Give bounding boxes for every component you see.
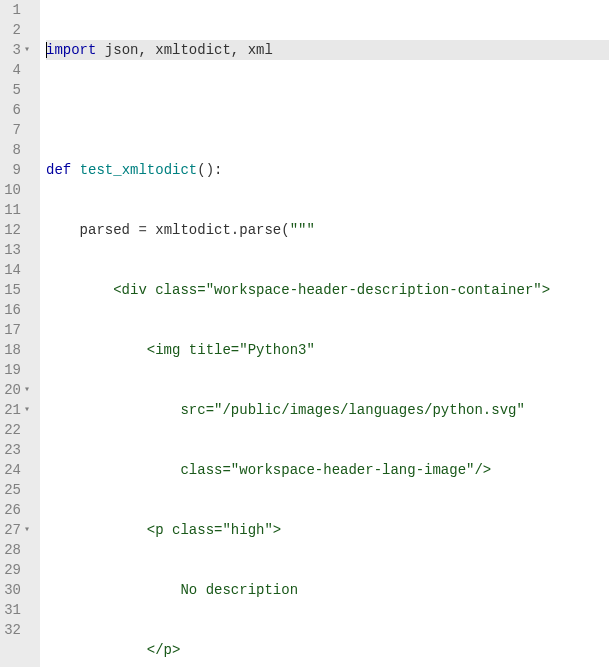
code-area[interactable]: import json, xmltodict, xml def test_xml… [40, 0, 609, 667]
gutter-line: 32 [4, 620, 32, 640]
gutter-line: 20▾ [4, 380, 32, 400]
gutter-line: 31 [4, 600, 32, 620]
gutter-line: 22 [4, 420, 32, 440]
gutter-line: 16 [4, 300, 32, 320]
gutter-line: 27▾ [4, 520, 32, 540]
gutter-line: 1 [4, 0, 32, 20]
gutter-line: 26 [4, 500, 32, 520]
gutter-line: 29 [4, 560, 32, 580]
fold-toggle-icon[interactable]: ▾ [22, 400, 32, 420]
gutter-line: 7 [4, 120, 32, 140]
gutter-line: 23 [4, 440, 32, 460]
code-line[interactable]: class="workspace-header-lang-image"/> [46, 460, 609, 480]
code-line[interactable]: import json, xmltodict, xml [46, 40, 609, 60]
gutter-line: 19 [4, 360, 32, 380]
code-line[interactable] [46, 100, 609, 120]
line-gutter: 1 2 3▾ 4 5 6 7 8 9 10 11 12 13 14 15 16 … [0, 0, 40, 667]
fold-toggle-icon[interactable]: ▾ [22, 380, 32, 400]
gutter-line: 6 [4, 100, 32, 120]
code-line[interactable]: <img title="Python3" [46, 340, 609, 360]
code-line[interactable]: def test_xmltodict(): [46, 160, 609, 180]
code-line[interactable]: parsed = xmltodict.parse(""" [46, 220, 609, 240]
gutter-line: 10 [4, 180, 32, 200]
code-line[interactable]: </p> [46, 640, 609, 660]
code-editor[interactable]: 1 2 3▾ 4 5 6 7 8 9 10 11 12 13 14 15 16 … [0, 0, 609, 667]
gutter-line: 21▾ [4, 400, 32, 420]
gutter-line: 17 [4, 320, 32, 340]
gutter-line: 11 [4, 200, 32, 220]
gutter-line: 13 [4, 240, 32, 260]
gutter-line: 12 [4, 220, 32, 240]
code-line[interactable]: <p class="high"> [46, 520, 609, 540]
gutter-line: 30 [4, 580, 32, 600]
fold-toggle-icon[interactable]: ▾ [22, 520, 32, 540]
gutter-line: 14 [4, 260, 32, 280]
gutter-line: 4 [4, 60, 32, 80]
code-line[interactable]: <div class="workspace-header-description… [46, 280, 609, 300]
gutter-line: 28 [4, 540, 32, 560]
gutter-line: 8 [4, 140, 32, 160]
code-line[interactable]: src="/public/images/languages/python.svg… [46, 400, 609, 420]
gutter-line: 25 [4, 480, 32, 500]
gutter-line: 18 [4, 340, 32, 360]
gutter-line: 3▾ [4, 40, 32, 60]
gutter-line: 9 [4, 160, 32, 180]
gutter-line: 24 [4, 460, 32, 480]
code-line[interactable]: No description [46, 580, 609, 600]
gutter-line: 2 [4, 20, 32, 40]
fold-toggle-icon[interactable]: ▾ [22, 40, 32, 60]
gutter-line: 15 [4, 280, 32, 300]
gutter-line: 5 [4, 80, 32, 100]
